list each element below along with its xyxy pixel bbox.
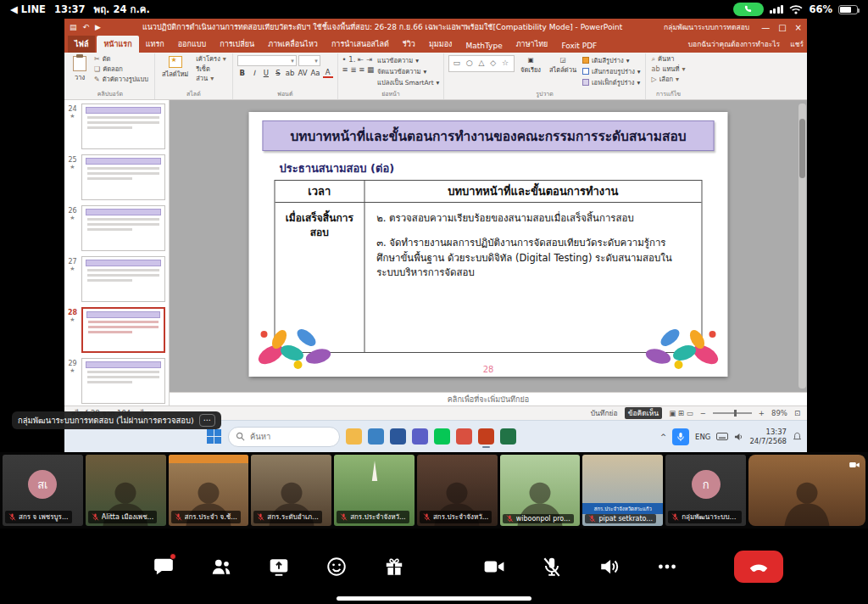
back-to-line-link[interactable]: ◀ LINE (10, 3, 46, 15)
taskbar-app-chrome[interactable] (456, 428, 472, 445)
text-direction-button[interactable]: แนวข้อความ▾ (377, 55, 439, 65)
ribbon-tab-Foxit PDF[interactable]: Foxit PDF (554, 39, 604, 53)
fit-to-window-button[interactable]: ⊡ (794, 409, 800, 417)
slide-thumbnail-28[interactable]: 28★ (64, 305, 169, 356)
paste-button[interactable]: วาง (70, 55, 89, 83)
strikethrough-button[interactable]: S (273, 69, 283, 77)
shape-outline-button[interactable]: เส้นกรอบรูปร่าง▾ (582, 66, 641, 76)
thumbnail-rail[interactable]: 24★25★26★27★28★29★ (64, 100, 170, 405)
active-call-indicator[interactable] (733, 3, 764, 16)
taskbar-search[interactable]: ค้นหา (228, 427, 340, 447)
camera-icon[interactable] (848, 459, 861, 471)
slide-thumbnail-25[interactable]: 25★ (64, 153, 169, 204)
view-mode-buttons[interactable]: ▣ ⊞ ▭ (669, 409, 693, 417)
participants-button[interactable] (209, 554, 234, 579)
keyboard-icon[interactable] (716, 433, 728, 440)
copy-button[interactable]: ❏คัดลอก (92, 65, 150, 75)
participant-tile[interactable]: สกร.ประจำจังหวั... (417, 455, 498, 526)
minimize-button[interactable]: — (761, 23, 770, 32)
end-call-button[interactable] (734, 551, 783, 583)
input-language[interactable]: ENG (695, 433, 710, 441)
layout-button[interactable]: เค้าโครง▾ (194, 55, 228, 64)
start-slideshow-icon[interactable]: ▶ (95, 23, 101, 31)
zoom-out-button[interactable]: − (700, 409, 706, 417)
slide-thumbnail-29[interactable]: 29★ (64, 356, 169, 405)
participant-tile[interactable]: สกร.ประจำจังหวั... (334, 455, 415, 526)
italic-button[interactable]: I (249, 69, 259, 77)
ribbon-tab-หน้าแรก[interactable]: หน้าแรก (97, 36, 138, 53)
arrange-button[interactable]: ▣ จัดเรียง (518, 55, 543, 76)
slide-thumbnail-27[interactable]: 27★ (64, 254, 169, 305)
tray-mic-button[interactable] (672, 428, 689, 445)
slide-thumbnail-26[interactable]: 26★ (64, 204, 169, 254)
overlay-more-button[interactable]: ⋯ (199, 414, 215, 427)
taskbar-app-line[interactable] (434, 428, 450, 445)
bold-button[interactable]: B (237, 69, 248, 77)
ribbon-tab-ภาษาไทย[interactable]: ภาษาไทย (509, 36, 555, 53)
shapes-gallery[interactable]: ▭ ○ △ ◇ ☆ (448, 55, 515, 72)
taskbar-app-word[interactable] (390, 428, 406, 445)
home-indicator[interactable] (337, 596, 531, 601)
start-button[interactable] (207, 429, 222, 445)
participant-tile[interactable]: สกร.ระดับอำเภ... (251, 455, 331, 526)
participant-tile[interactable]: Alitta เมืองเพช... (86, 455, 166, 526)
reset-button[interactable]: รีเซ็ต (194, 65, 228, 74)
sharer-name-overlay[interactable]: กลุ่มพัฒนาระบบการทดสอบ (ไม่ผ่านการตรวจสอ… (12, 411, 221, 429)
vertical-scrollbar[interactable] (798, 103, 806, 389)
self-view-tile[interactable] (748, 455, 865, 526)
comments-toggle[interactable]: ข้อคิดเห็น (625, 407, 662, 419)
reactions-button[interactable] (324, 554, 349, 579)
close-button[interactable]: × (795, 23, 802, 32)
ribbon-tab-ภาพเคลื่อนไหว[interactable]: ภาพเคลื่อนไหว (261, 36, 325, 53)
undo-icon[interactable]: ↶ (83, 23, 90, 31)
zoom-in-button[interactable]: + (759, 409, 765, 417)
cut-button[interactable]: ✂ตัด (92, 55, 150, 64)
ribbon-tab-การเปลี่ยน[interactable]: การเปลี่ยน (213, 36, 261, 53)
character-spacing-button[interactable]: AV (297, 69, 308, 77)
font-color-button[interactable]: A (323, 68, 333, 78)
zoom-slider[interactable] (713, 412, 752, 414)
select-button[interactable]: ▷เลือก▾ (650, 76, 687, 85)
taskbar-app-powerpoint[interactable] (478, 428, 494, 445)
font-name-select[interactable]: ▾ (237, 55, 297, 66)
audio-button[interactable] (597, 554, 622, 579)
taskbar-app-teams[interactable] (412, 428, 428, 445)
section-button[interactable]: ส่วน▾ (194, 75, 228, 84)
shape-effects-button[interactable]: เอฟเฟ็กต์รูปร่าง▾ (582, 77, 641, 87)
format-painter-button[interactable]: ✎ตัวคัดวางรูปแบบ (92, 76, 150, 85)
mute-button[interactable] (539, 554, 565, 579)
ribbon-tab-แทรก[interactable]: แทรก (139, 36, 171, 53)
font-size-select[interactable]: ▾ (298, 55, 320, 66)
notes-toggle[interactable]: บันทึกย่อ (591, 407, 618, 419)
share-button[interactable]: แชร์ (790, 38, 804, 50)
participant-tile[interactable]: สกร.ประจำ จ.ช้... (169, 455, 249, 526)
participant-tile[interactable]: สกร.ประจำจังหวัดสระแก้วpipat setkrato... (582, 455, 663, 526)
quick-styles-button[interactable]: ◲ สไตล์ด่วน (547, 55, 579, 76)
replace-button[interactable]: abแทนที่▾ (650, 65, 687, 75)
ribbon-tab-ออกแบบ[interactable]: ออกแบบ (171, 36, 214, 53)
new-slide-button[interactable]: สไลด์ใหม่ (159, 55, 191, 80)
ribbon-tab-การนำเสนอสไลด์[interactable]: การนำเสนอสไลด์ (325, 36, 396, 53)
text-shadow-button[interactable]: ab (285, 69, 296, 77)
notes-pane[interactable]: คลิกเพื่อที่จะเพิ่มบันทึกย่อ (170, 392, 807, 405)
zoom-level[interactable]: 89% (771, 409, 787, 417)
alignment-buttons[interactable]: ≡ ≣ ≡ ▦ (342, 65, 375, 74)
participant-tile[interactable]: กกลุ่มพัฒนาระบบกา... (665, 455, 746, 526)
taskbar-app-excel[interactable] (500, 428, 516, 445)
align-text-button[interactable]: จัดแนวข้อความ▾ (377, 66, 439, 76)
apps-button[interactable] (381, 554, 407, 579)
change-case-button[interactable]: Aa (310, 69, 321, 77)
chat-button[interactable] (151, 554, 176, 579)
share-content-button[interactable] (266, 554, 292, 579)
slide-thumbnail-24[interactable]: 24★ (64, 102, 169, 153)
taskbar-app-edge-browser[interactable] (368, 428, 384, 445)
smartart-button[interactable]: แปลงเป็น SmartArt▾ (377, 77, 439, 87)
ribbon-tab-รีวิว[interactable]: รีวิว (396, 36, 422, 53)
volume-icon[interactable] (734, 433, 743, 441)
list-indent-buttons[interactable]: • 1. ⇤ ⇥ (342, 55, 375, 64)
video-button[interactable] (481, 554, 507, 579)
more-options-button[interactable] (654, 554, 680, 579)
slide-canvas[interactable]: บทบาทหน้าที่และขั้นตอนการทำงานของคณะกรรม… (249, 112, 728, 377)
taskbar-clock[interactable]: 13:37 24/7/2568 (749, 428, 787, 445)
save-icon[interactable]: ▤ (70, 23, 77, 31)
